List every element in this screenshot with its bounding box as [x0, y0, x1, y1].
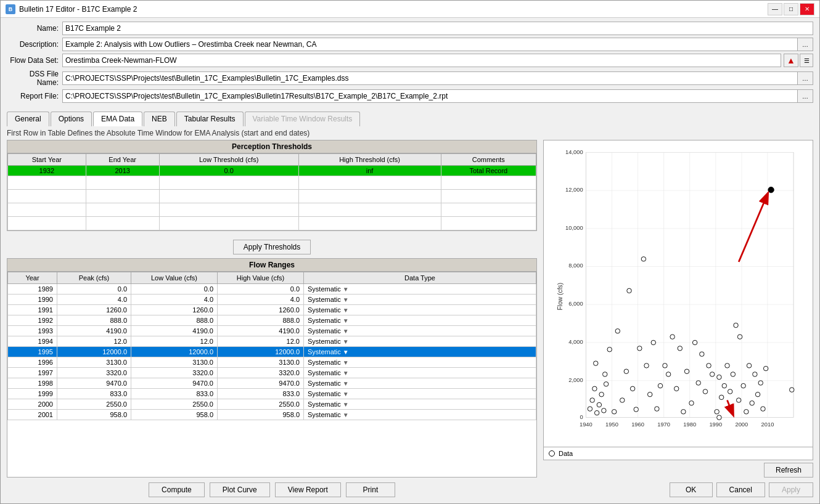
table-row-empty-1[interactable] [8, 176, 536, 190]
flow-low-value: 9470.0 [131, 378, 218, 389]
svg-point-70 [703, 389, 707, 394]
perc-col-high-threshold: High Threshold (cfs) [298, 154, 441, 166]
flow-data-type: Systematic ▼ [304, 284, 536, 295]
svg-point-86 [750, 400, 754, 405]
table-row[interactable]: 1996 3130.0 3130.0 3130.0 Systematic ▼ [8, 357, 536, 368]
table-row[interactable]: 1991 1260.0 1260.0 1260.0 Systematic ▼ [8, 305, 536, 315]
apply-button[interactable]: Apply [769, 482, 813, 497]
flow-data-set-select[interactable]: Orestimba Creek-Newman-FLOW [62, 54, 781, 67]
flow-low-value: 2550.0 [131, 399, 218, 410]
table-row[interactable]: 1997 3320.0 3320.0 3320.0 Systematic ▼ [8, 368, 536, 378]
flow-col-peak: Peak (cfs) [57, 272, 131, 284]
flow-data-set-label: Flow Data Set: [7, 56, 62, 65]
dss-browse-button[interactable]: … [797, 71, 813, 85]
table-row-empty-3[interactable] [8, 203, 536, 217]
table-row[interactable]: 1994 12.0 12.0 12.0 Systematic ▼ [8, 336, 536, 347]
svg-text:1980: 1980 [683, 421, 696, 428]
perc-start-year: 1932 [8, 166, 86, 176]
compute-button[interactable]: Compute [149, 482, 205, 497]
tab-options[interactable]: Options [51, 112, 92, 126]
flow-high-value: 9470.0 [218, 378, 304, 389]
dropdown-arrow-icon: ▼ [343, 349, 349, 356]
description-field: … [62, 38, 813, 51]
table-row[interactable]: 1932 2013 0.0 inf Total Record [8, 166, 536, 176]
table-row[interactable]: 1999 833.0 833.0 833.0 Systematic ▼ [8, 389, 536, 399]
refresh-button[interactable]: Refresh [764, 463, 813, 478]
svg-text:1940: 1940 [580, 421, 592, 428]
title-controls: — □ ✕ [768, 3, 814, 15]
table-row[interactable]: 1995 12000.0 12000.0 12000.0 Systematic … [8, 347, 536, 357]
svg-point-73 [715, 409, 719, 413]
table-row[interactable]: 1990 4.0 4.0 4.0 Systematic ▼ [8, 295, 536, 305]
dropdown-arrow-icon: ▼ [343, 412, 349, 418]
dss-file-row: DSS File Name: … [7, 70, 813, 87]
report-file-input[interactable] [62, 89, 797, 103]
maximize-button[interactable]: □ [784, 3, 798, 15]
description-input[interactable] [62, 38, 797, 51]
minimize-button[interactable]: — [768, 3, 782, 15]
svg-point-58 [658, 383, 662, 388]
flow-high-value: 3130.0 [218, 357, 304, 368]
flow-year: 2000 [8, 399, 57, 410]
flow-ranges-title: Flow Ranges [7, 259, 536, 272]
flow-peak: 3320.0 [57, 368, 131, 378]
flow-data-type: Systematic ▼ [304, 357, 536, 368]
app-icon: B [6, 4, 15, 14]
cancel-button[interactable]: Cancel [716, 482, 765, 497]
table-row[interactable]: 1989 0.0 0.0 0.0 Systematic ▼ [8, 284, 536, 295]
svg-point-90 [761, 407, 765, 411]
dss-file-field: … [62, 71, 813, 85]
svg-text:1960: 1960 [631, 421, 644, 428]
table-row-empty-4[interactable] [8, 217, 536, 230]
flow-low-value: 1260.0 [131, 305, 218, 315]
tab-tabular-results[interactable]: Tabular Results [176, 112, 244, 126]
svg-point-81 [736, 398, 740, 402]
flow-year: 1993 [8, 326, 57, 336]
flow-ranges-scroll[interactable]: Year Peak (cfs) Low Value (cfs) High Val… [7, 272, 536, 477]
table-row[interactable]: 2000 2550.0 2550.0 2550.0 Systematic ▼ [8, 399, 536, 410]
tab-ema-data[interactable]: EMA Data [93, 112, 142, 126]
flow-low-value: 888.0 [131, 315, 218, 326]
flow-peak: 2550.0 [57, 399, 131, 410]
dropdown-arrow-icon: ▼ [343, 338, 349, 345]
tabs-bar: General Options EMA Data NEB Tabular Res… [1, 109, 819, 126]
flow-col-high-value: High Value (cfs) [218, 272, 304, 284]
table-row[interactable]: 1998 9470.0 9470.0 9470.0 Systematic ▼ [8, 378, 536, 389]
report-browse-button[interactable]: … [797, 89, 813, 103]
description-browse-button[interactable]: … [797, 38, 813, 51]
flow-list-button[interactable]: ☰ [800, 54, 813, 67]
svg-point-43 [602, 372, 607, 376]
plot-curve-button[interactable]: Plot Curve [210, 482, 270, 497]
svg-point-78 [728, 389, 732, 394]
table-row[interactable]: 1993 4190.0 4190.0 4190.0 Systematic ▼ [8, 326, 536, 336]
name-label: Name: [7, 24, 62, 33]
report-file-row: Report File: … [7, 89, 813, 103]
flow-data-type: Systematic ▼ [304, 315, 536, 326]
ok-cancel-row: OK Cancel Apply [543, 480, 813, 497]
svg-point-63 [678, 346, 682, 351]
svg-point-66 [689, 400, 694, 405]
flow-year: 1996 [8, 357, 57, 368]
name-input[interactable] [62, 22, 813, 35]
view-report-button[interactable]: View Report [275, 482, 341, 497]
dss-file-label: DSS File Name: [7, 70, 62, 87]
dss-file-input[interactable] [62, 71, 797, 85]
table-row[interactable]: 1992 888.0 888.0 888.0 Systematic ▼ [8, 315, 536, 326]
svg-point-79 [731, 372, 735, 376]
flow-peak: 12000.0 [57, 347, 131, 357]
flow-data-type: Systematic ▼ [304, 378, 536, 389]
tab-neb[interactable]: NEB [144, 112, 175, 126]
apply-thresholds-button[interactable]: Apply Thresholds [233, 240, 311, 254]
close-button[interactable]: ✕ [800, 3, 814, 15]
perc-high-threshold: inf [298, 166, 441, 176]
flow-data-type: Systematic ▼ [304, 295, 536, 305]
ok-button[interactable]: OK [670, 482, 713, 497]
flow-red-button[interactable]: ▲ [784, 54, 798, 67]
tab-general[interactable]: General [7, 112, 49, 126]
dropdown-arrow-icon: ▼ [343, 401, 349, 408]
table-row[interactable]: 2001 958.0 958.0 958.0 Systematic ▼ [8, 410, 536, 420]
flow-low-value: 3320.0 [131, 368, 218, 378]
table-row-empty-2[interactable] [8, 190, 536, 203]
print-button[interactable]: Print [346, 482, 395, 497]
perc-comments: Total Record [441, 166, 536, 176]
